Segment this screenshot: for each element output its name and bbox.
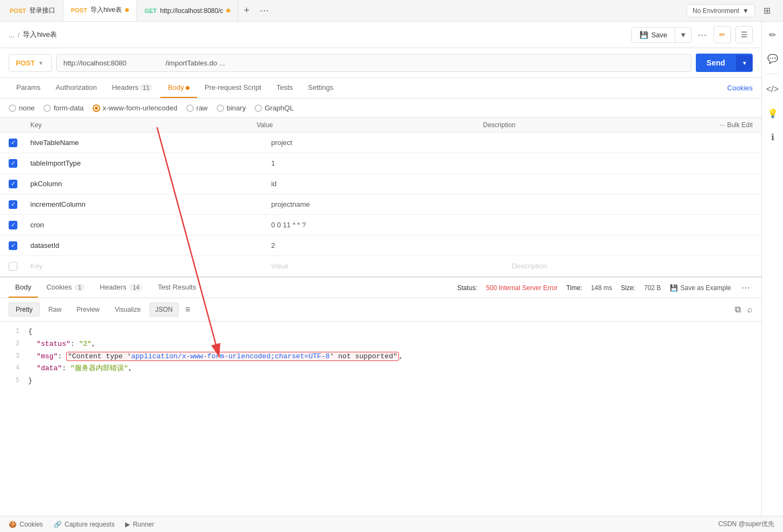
param-checkbox[interactable] — [9, 221, 17, 229]
req-tab-body[interactable]: Body — [160, 78, 197, 98]
body-type-urlencoded[interactable]: x-www-form-urlencoded — [93, 104, 178, 112]
param-checkbox[interactable] — [9, 200, 17, 209]
res-tab-headers[interactable]: Headers 14 — [93, 278, 149, 298]
tab-bar: POST 登录接口 POST 导入hive表 GET http://localh… — [0, 0, 783, 22]
body-type-graphql[interactable]: GraphQL — [255, 104, 293, 112]
send-button-group[interactable]: Send ▼ — [696, 54, 753, 72]
req-tab-tests[interactable]: Tests — [269, 78, 300, 98]
response-section: Body Cookies 1 Headers 14 Test Results S… — [0, 277, 761, 516]
res-tab-test-results[interactable]: Test Results — [151, 278, 203, 298]
content-area: ... / 导入hive表 💾 Save ▼ ··· ✏ ☰ PO — [0, 22, 761, 516]
copy-response-icon[interactable]: ⧉ — [735, 305, 741, 314]
body-type-none[interactable]: none — [9, 104, 35, 112]
sidebar-code-icon[interactable]: </> — [764, 81, 781, 98]
tab-get-method: GET — [145, 8, 157, 14]
save-main-btn[interactable]: 💾 Save — [632, 28, 676, 42]
fmt-tab-preview[interactable]: Preview — [70, 303, 106, 316]
param-key[interactable]: pkColumn — [30, 175, 271, 192]
param-checkbox[interactable] — [9, 180, 17, 188]
bulk-edit-btn[interactable]: Bulk Edit — [727, 121, 753, 129]
json-link[interactable]: application/x-www-form-urlencoded;charse… — [131, 352, 330, 360]
tab-get-localhost[interactable]: GET http://localhost:8080/c — [137, 0, 238, 21]
env-settings-icon[interactable]: ⊞ — [759, 3, 774, 18]
cookies-link[interactable]: Cookies — [727, 84, 753, 92]
param-key[interactable]: cron — [30, 216, 271, 233]
runner-btn[interactable]: ▶ Runner — [125, 521, 154, 528]
search-response-icon[interactable]: ⌕ — [747, 305, 753, 314]
req-tab-authorization[interactable]: Authorization — [48, 78, 105, 98]
tab-login[interactable]: POST 登录接口 — [2, 0, 63, 21]
param-checkbox-col — [9, 221, 30, 229]
param-value[interactable]: 0 0 11 * * ? — [271, 221, 512, 229]
req-tab-prerequest[interactable]: Pre-request Script — [197, 78, 269, 98]
param-desc-placeholder[interactable]: Description — [512, 262, 753, 270]
bottom-bar: 🍪 Cookies 🔗 Capture requests ▶ Runner CS… — [0, 516, 783, 532]
params-table-header: Key Value Description ··· Bulk Edit — [0, 118, 761, 133]
response-more-btn[interactable]: ··· — [740, 284, 753, 292]
env-dropdown[interactable]: No Environment ▼ — [687, 4, 755, 17]
request-tabs: Params Authorization Headers11 Body Pre-… — [0, 78, 761, 98]
param-key-placeholder[interactable]: Key — [30, 258, 271, 274]
line-content: { — [28, 326, 753, 338]
res-tab-cookies[interactable]: Cookies 1 — [40, 278, 92, 298]
param-value-placeholder[interactable]: Value — [271, 262, 512, 270]
req-tab-settings[interactable]: Settings — [301, 78, 341, 98]
param-key[interactable]: incrementColumn — [30, 196, 271, 213]
fmt-tab-pretty[interactable]: Pretty — [9, 303, 40, 317]
param-checkbox[interactable] — [9, 241, 17, 250]
sidebar-bulb-icon[interactable]: 💡 — [764, 104, 781, 122]
param-checkbox-empty[interactable] — [9, 262, 17, 271]
method-select[interactable]: POST ▼ — [9, 54, 52, 72]
send-arrow-btn[interactable]: ▼ — [736, 55, 753, 71]
param-checkbox[interactable] — [9, 159, 17, 168]
param-value[interactable]: id — [271, 180, 512, 188]
bulk-edit-dots: ··· — [720, 121, 725, 129]
cookies-btn[interactable]: 🍪 Cookies — [9, 521, 43, 528]
json-line: 5} — [0, 375, 761, 387]
fmt-tab-visualize[interactable]: Visualize — [108, 303, 147, 316]
fmt-tab-raw[interactable]: Raw — [42, 303, 68, 316]
tab-more-button[interactable]: ··· — [255, 6, 275, 15]
req-tab-params[interactable]: Params — [9, 78, 48, 98]
env-selector: No Environment ▼ ⊞ — [687, 3, 781, 18]
param-checkbox[interactable] — [9, 139, 17, 147]
tab-get-label: http://localhost:8080/c — [160, 7, 224, 15]
json-format-tag[interactable]: JSON — [149, 303, 179, 317]
sidebar-divider-1 — [766, 74, 779, 74]
save-arrow-btn[interactable]: ▼ — [675, 28, 691, 42]
save-example-btn[interactable]: 💾 Save as Example — [670, 284, 731, 292]
sidebar-edit-icon[interactable]: ✏ — [764, 26, 781, 43]
param-value[interactable]: projectname — [271, 200, 512, 208]
body-type-binary[interactable]: binary — [217, 104, 246, 112]
param-key[interactable]: datasetId — [30, 237, 271, 254]
param-value[interactable]: 2 — [271, 241, 512, 249]
wrap-lines-icon[interactable]: ≡ — [185, 305, 190, 314]
send-main-btn[interactable]: Send — [696, 54, 736, 72]
capture-btn[interactable]: 🔗 Capture requests — [54, 521, 114, 528]
status-label: Status: — [457, 284, 477, 292]
body-type-raw[interactable]: raw — [186, 104, 208, 112]
comment-icon-btn[interactable]: ☰ — [735, 26, 753, 43]
edit-icon-btn[interactable]: ✏ — [714, 26, 731, 43]
param-key[interactable]: tableImportType — [30, 155, 271, 172]
param-value[interactable]: project — [271, 139, 512, 147]
param-checkbox-col-empty — [9, 262, 30, 271]
param-row: incrementColumn projectname — [0, 194, 761, 215]
sidebar-chat-icon[interactable]: 💬 — [764, 50, 781, 67]
param-value[interactable]: 1 — [271, 159, 512, 167]
time-value: 148 ms — [591, 284, 612, 292]
tab-import-label: 导入hive表 — [90, 5, 122, 15]
json-line: 2 "status": "2", — [0, 338, 761, 351]
url-input[interactable] — [56, 54, 691, 72]
top-more-button[interactable]: ··· — [696, 29, 709, 41]
tab-import-hive[interactable]: POST 导入hive表 — [63, 0, 137, 21]
param-key[interactable]: hiveTableName — [30, 134, 271, 151]
tab-login-label: 登录接口 — [29, 6, 55, 15]
save-button-group[interactable]: 💾 Save ▼ — [631, 27, 692, 43]
sidebar-info-icon[interactable]: ℹ — [764, 128, 781, 146]
req-tab-headers[interactable]: Headers11 — [105, 78, 160, 98]
body-type-form-data[interactable]: form-data — [43, 104, 84, 112]
tab-add-button[interactable]: + — [238, 5, 255, 16]
breadcrumb-current: 导入hive表 — [23, 30, 57, 40]
res-tab-body[interactable]: Body — [9, 278, 38, 298]
